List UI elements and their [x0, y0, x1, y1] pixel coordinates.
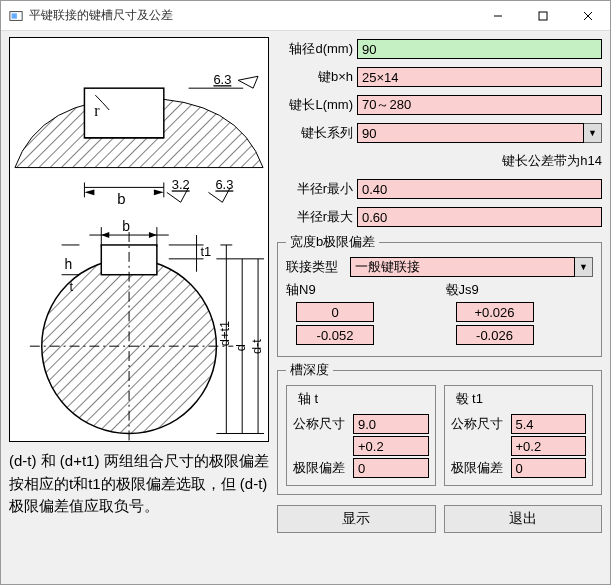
shaft-d-label: 轴径d(mm) [277, 40, 353, 58]
app-icon [9, 9, 23, 23]
r-max-label: 半径r最大 [277, 208, 353, 226]
conn-type-label: 联接类型 [286, 258, 346, 276]
hub-t1-nominal: 5.4 [511, 414, 587, 434]
svg-rect-1 [12, 13, 17, 18]
groove-depth-group: 槽深度 轴 t 公称尺寸 9.0 +0.2 极限偏差 [277, 361, 602, 495]
footnote: (d-t) 和 (d+t1) 两组组合尺寸的极限偏差按相应的t和t1的极限偏差选… [9, 450, 269, 518]
svg-text:6.3: 6.3 [213, 72, 231, 87]
shaft-d-input[interactable]: 90 [357, 39, 602, 59]
exit-button[interactable]: 退出 [444, 505, 603, 533]
key-length-value: 70～280 [357, 95, 602, 115]
minimize-button[interactable] [475, 1, 520, 30]
shaft-n9-label: 轴N9 [286, 281, 434, 299]
shaft-t-upper: +0.2 [353, 436, 429, 456]
svg-text:t1: t1 [201, 244, 212, 259]
shaft-n9-lower: -0.052 [296, 325, 374, 345]
shaft-t-dev-label: 极限偏差 [293, 459, 349, 477]
hub-t1-upper: +0.2 [511, 436, 587, 456]
show-button[interactable]: 显示 [277, 505, 436, 533]
svg-rect-3 [539, 12, 547, 20]
conn-type-value[interactable]: 一般键联接 [350, 257, 575, 277]
key-length-series-combo[interactable]: 90 ▼ [357, 123, 602, 143]
shaft-n9-col: 轴N9 0 -0.052 [286, 281, 434, 348]
svg-text:h: h [65, 256, 73, 272]
svg-text:6.3: 6.3 [215, 177, 233, 192]
keyway-diagram: r 6.3 3.2 6.3 b [9, 37, 269, 442]
conn-type-combo[interactable]: 一般键联接 ▼ [350, 257, 593, 277]
titlebar: 平键联接的键槽尺寸及公差 [1, 1, 610, 31]
close-button[interactable] [565, 1, 610, 30]
key-length-series-label: 键长系列 [277, 124, 353, 142]
hub-t1-lower: 0 [511, 458, 587, 478]
shaft-t-legend: 轴 t [295, 390, 321, 408]
hub-t1-box: 毂 t1 公称尺寸 5.4 +0.2 极限偏差 0 [444, 385, 594, 486]
r-min-label: 半径r最小 [277, 180, 353, 198]
shaft-n9-upper: 0 [296, 302, 374, 322]
r-max-value: 0.60 [357, 207, 602, 227]
svg-text:b: b [122, 218, 130, 234]
svg-text:d-t: d-t [249, 339, 264, 354]
hub-js9-col: 毂Js9 +0.026 -0.026 [446, 281, 594, 348]
hub-js9-upper: +0.026 [456, 302, 534, 322]
svg-text:b: b [117, 191, 125, 207]
key-length-series-value[interactable]: 90 [357, 123, 584, 143]
svg-text:t: t [70, 279, 74, 294]
window-title: 平键联接的键槽尺寸及公差 [29, 7, 475, 24]
key-length-label: 键长L(mm) [277, 96, 353, 114]
hub-t1-dev-label: 极限偏差 [451, 459, 507, 477]
chevron-down-icon[interactable]: ▼ [584, 123, 602, 143]
groove-depth-legend: 槽深度 [286, 361, 333, 379]
svg-text:d: d [233, 344, 248, 351]
r-min-value: 0.40 [357, 179, 602, 199]
shaft-t-nominal: 9.0 [353, 414, 429, 434]
chevron-down-icon[interactable]: ▼ [575, 257, 593, 277]
hub-t1-legend: 毂 t1 [453, 390, 486, 408]
key-bxh-label: 键b×h [277, 68, 353, 86]
shaft-t-box: 轴 t 公称尺寸 9.0 +0.2 极限偏差 0 [286, 385, 436, 486]
key-length-tol-note: 键长公差带为h14 [502, 152, 602, 170]
hub-js9-lower: -0.026 [456, 325, 534, 345]
hub-js9-label: 毂Js9 [446, 281, 594, 299]
width-deviation-legend: 宽度b极限偏差 [286, 233, 379, 251]
content: r 6.3 3.2 6.3 b [1, 31, 610, 584]
right-pane: 轴径d(mm) 90 键b×h 25×14 键长L(mm) 70～280 键长系… [277, 37, 602, 576]
app-window: 平键联接的键槽尺寸及公差 r [0, 0, 611, 585]
hub-t1-nominal-label: 公称尺寸 [451, 415, 507, 433]
shaft-t-nominal-label: 公称尺寸 [293, 415, 349, 433]
key-bxh-value: 25×14 [357, 67, 602, 87]
width-deviation-group: 宽度b极限偏差 联接类型 一般键联接 ▼ 轴N9 0 -0.052 毂J [277, 233, 602, 357]
maximize-button[interactable] [520, 1, 565, 30]
left-pane: r 6.3 3.2 6.3 b [9, 37, 269, 576]
window-buttons [475, 1, 610, 30]
svg-text:r: r [94, 102, 100, 119]
shaft-t-lower: 0 [353, 458, 429, 478]
svg-text:d+t1: d+t1 [217, 321, 232, 346]
